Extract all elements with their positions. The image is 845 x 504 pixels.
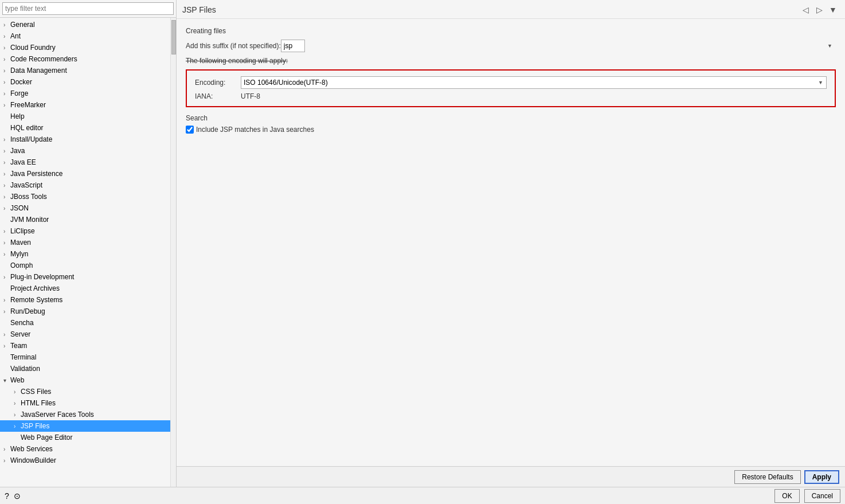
sidebar-item-general[interactable]: ›General: [0, 19, 170, 30]
tree-label-java-persistence: Java Persistence: [10, 170, 62, 178]
encoding-row: Encoding: ISO 10646/Unicode(UTF-8): [195, 76, 827, 89]
tree-arrow-jsp-files: ›: [14, 423, 21, 429]
sidebar-item-project-archives[interactable]: Project Archives: [0, 283, 170, 294]
sidebar-item-jsp-files[interactable]: ›JSP Files: [0, 420, 170, 432]
filter-input[interactable]: [2, 2, 174, 15]
tree-label-remote-systems: Remote Systems: [10, 296, 62, 304]
apply-button[interactable]: Apply: [804, 470, 839, 484]
sidebar-item-docker[interactable]: ›Docker: [0, 76, 170, 88]
sidebar-item-code-recommenders[interactable]: ›Code Recommenders: [0, 53, 170, 65]
iana-value: UTF-8: [241, 92, 260, 100]
page-title: JSP Files: [182, 5, 216, 14]
tree-label-project-archives: Project Archives: [10, 284, 60, 292]
sidebar-item-javascript[interactable]: ›JavaScript: [0, 179, 170, 191]
sidebar-item-sencha[interactable]: Sencha: [0, 317, 170, 329]
suffix-select-wrapper: jsp: [281, 40, 836, 52]
sidebar-item-forge[interactable]: ›Forge: [0, 88, 170, 99]
sidebar-scrollbar[interactable]: [170, 18, 176, 487]
tree-label-server: Server: [10, 330, 30, 338]
tree-arrow-liclipse: ›: [3, 228, 10, 235]
sidebar-item-freemarker[interactable]: ›FreeMarker: [0, 99, 170, 111]
tree-label-html-files: HTML Files: [21, 399, 56, 407]
sidebar-item-html-files[interactable]: ›HTML Files: [0, 397, 170, 409]
toolbar-icons: ◁ ▷ ▼: [799, 3, 839, 16]
sidebar-item-validation[interactable]: Validation: [0, 363, 170, 374]
tree-label-run-debug: Run/Debug: [10, 307, 45, 315]
sidebar-item-data-management[interactable]: ›Data Management: [0, 65, 170, 76]
tree-arrow-forge: ›: [3, 91, 10, 97]
tree-arrow-data-management: ›: [3, 68, 10, 74]
sidebar-item-json[interactable]: ›JSON: [0, 202, 170, 214]
dropdown-button[interactable]: ▼: [827, 3, 839, 16]
tree-arrow-plug-in-development: ›: [3, 274, 10, 280]
scrollbar-thumb[interactable]: [171, 20, 176, 54]
status-bar: ? ⊙ OK Cancel: [0, 487, 845, 504]
tree-label-web-services: Web Services: [10, 445, 53, 453]
sidebar-item-css-files[interactable]: ›CSS Files: [0, 386, 170, 397]
tree-label-java-ee: Java EE: [10, 158, 36, 166]
sidebar-item-plug-in-development[interactable]: ›Plug-in Development: [0, 271, 170, 283]
tree-label-javaserver-faces-tools: JavaServer Faces Tools: [21, 411, 94, 419]
tree-label-data-management: Data Management: [10, 67, 67, 75]
iana-row: IANA: UTF-8: [195, 92, 827, 100]
tree-label-java: Java: [10, 147, 25, 155]
ok-button[interactable]: OK: [774, 489, 799, 503]
tree-arrow-html-files: ›: [14, 400, 21, 407]
sidebar-item-windowbuilder[interactable]: ›WindowBuilder: [0, 455, 170, 466]
tree-arrow-jboss-tools: ›: [3, 194, 10, 200]
tree-label-javascript: JavaScript: [10, 181, 42, 189]
info-icon[interactable]: ⊙: [14, 491, 21, 501]
cancel-button[interactable]: Cancel: [804, 489, 840, 503]
restore-defaults-button[interactable]: Restore Defaults: [734, 470, 800, 484]
tree-label-forge: Forge: [10, 89, 28, 97]
sidebar-item-terminal[interactable]: Terminal: [0, 351, 170, 363]
sidebar-item-hql-editor[interactable]: HQL editor: [0, 122, 170, 134]
tree-arrow-team: ›: [3, 343, 10, 349]
tree-list: ›General›Ant›Cloud Foundry›Code Recommen…: [0, 18, 170, 487]
content-body: Creating files Add this suffix (if not s…: [177, 19, 845, 466]
tree-label-web-page-editor: Web Page Editor: [21, 433, 73, 442]
sidebar-item-ant[interactable]: ›Ant: [0, 30, 170, 42]
suffix-select[interactable]: jsp: [281, 40, 305, 52]
sidebar-item-java[interactable]: ›Java: [0, 145, 170, 157]
sidebar-item-remote-systems[interactable]: ›Remote Systems: [0, 294, 170, 306]
tree-label-general: General: [10, 21, 35, 29]
sidebar-item-run-debug[interactable]: ›Run/Debug: [0, 306, 170, 317]
sidebar-item-web[interactable]: ▾Web: [0, 374, 170, 386]
sidebar-item-java-persistence[interactable]: ›Java Persistence: [0, 168, 170, 179]
sidebar-item-jvm-monitor[interactable]: JVM Monitor: [0, 214, 170, 225]
sidebar-item-liclipse[interactable]: ›LiClipse: [0, 225, 170, 237]
include-jsp-checkbox[interactable]: [186, 126, 194, 134]
sidebar-item-web-services[interactable]: ›Web Services: [0, 443, 170, 455]
include-jsp-label: Include JSP matches in Java searches: [196, 126, 314, 134]
tree-label-jsp-files: JSP Files: [21, 422, 49, 430]
sidebar-item-javaserver-faces-tools[interactable]: ›JavaServer Faces Tools: [0, 409, 170, 420]
sidebar-item-cloud-foundry[interactable]: ›Cloud Foundry: [0, 42, 170, 53]
tree-arrow-web: ▾: [3, 377, 10, 384]
tree-arrow-install-update: ›: [3, 136, 10, 143]
tree-label-maven: Maven: [10, 239, 31, 247]
tree-arrow-javascript: ›: [3, 182, 10, 189]
forward-button[interactable]: ▷: [813, 3, 826, 16]
encoding-select[interactable]: ISO 10646/Unicode(UTF-8): [241, 76, 827, 89]
sidebar-item-oomph[interactable]: Oomph: [0, 260, 170, 271]
encoding-notice: The following encoding will apply:: [186, 57, 836, 65]
sidebar-item-install-update[interactable]: ›Install/Update: [0, 134, 170, 145]
tree-label-liclipse: LiClipse: [10, 227, 35, 235]
sidebar-item-web-page-editor[interactable]: Web Page Editor: [0, 432, 170, 443]
sidebar-item-mylyn[interactable]: ›Mylyn: [0, 248, 170, 260]
tree-arrow-java: ›: [3, 148, 10, 154]
sidebar-item-maven[interactable]: ›Maven: [0, 237, 170, 248]
sidebar-item-team[interactable]: ›Team: [0, 340, 170, 351]
tree-arrow-code-recommenders: ›: [3, 56, 10, 62]
sidebar-item-java-ee[interactable]: ›Java EE: [0, 157, 170, 168]
tree-label-oomph: Oomph: [10, 261, 33, 269]
question-icon[interactable]: ?: [5, 491, 9, 501]
back-button[interactable]: ◁: [799, 3, 812, 16]
sidebar-item-jboss-tools[interactable]: ›JBoss Tools: [0, 191, 170, 202]
sidebar-item-server[interactable]: ›Server: [0, 329, 170, 340]
tree-arrow-mylyn: ›: [3, 251, 10, 257]
tree-label-install-update: Install/Update: [10, 135, 52, 143]
sidebar-item-help[interactable]: Help: [0, 111, 170, 122]
tree-arrow-docker: ›: [3, 79, 10, 85]
